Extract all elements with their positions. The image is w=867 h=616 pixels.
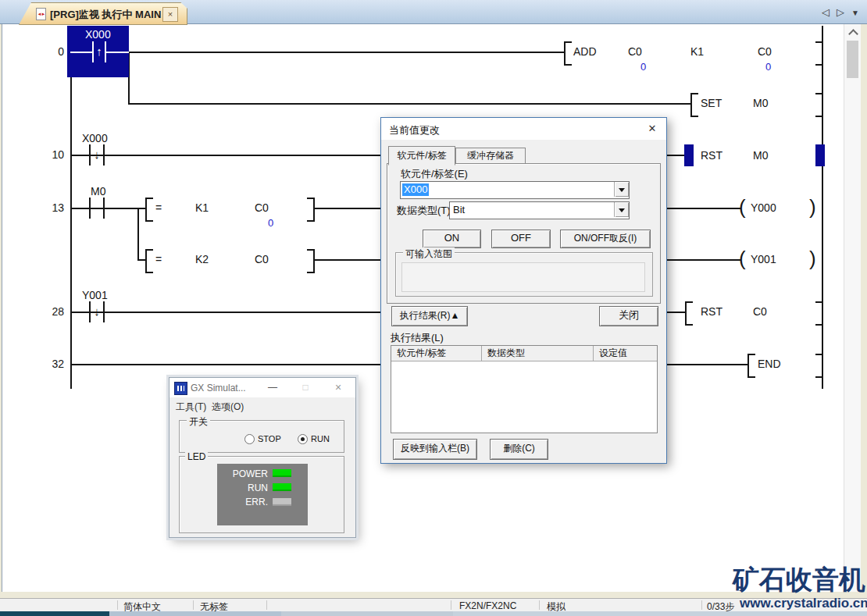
contact-bar[interactable] <box>89 198 91 219</box>
rst-bracket-highlighted[interactable] <box>684 144 694 166</box>
compare-bracket <box>145 249 153 273</box>
instruction-rst[interactable]: RST <box>701 305 722 318</box>
datatype-combobox[interactable]: Bit <box>449 201 630 219</box>
monitor-value: 0 <box>268 217 273 229</box>
datatype-combobox-value[interactable]: Bit <box>453 204 465 216</box>
device-combobox-value[interactable]: X000 <box>402 183 429 196</box>
operand[interactable]: K2 <box>195 253 209 265</box>
run-radio[interactable] <box>298 434 308 444</box>
column-header-datatype[interactable]: 数据类型 <box>482 346 594 361</box>
status-separator <box>193 600 194 610</box>
operand[interactable]: K1 <box>690 45 704 58</box>
operand[interactable]: C0 <box>628 45 642 58</box>
icon-grid <box>177 386 184 391</box>
program-tab[interactable]: ◄► [PRG]监视 执行中 MAIN (... × <box>19 2 187 25</box>
dialog-title: 当前值更改 <box>389 123 440 137</box>
power-led-indicator <box>273 469 291 477</box>
instruction-bracket <box>815 93 823 117</box>
err-led-indicator <box>273 498 291 506</box>
on-button[interactable]: ON <box>423 230 481 248</box>
chevron-up-icon <box>848 29 858 39</box>
coil-y000[interactable]: Y000 <box>751 201 776 214</box>
ladder-wire <box>70 52 566 53</box>
instruction-rst[interactable]: RST <box>701 149 722 162</box>
gx-works-window: ◄► [PRG]监视 执行中 MAIN (... × ◁ ▷ ▼ 0 10 13… <box>0 0 867 616</box>
status-separator <box>451 600 451 610</box>
delete-button[interactable]: 删除(C) <box>490 439 548 460</box>
scroll-up-button[interactable] <box>844 24 861 39</box>
status-separator <box>539 600 540 610</box>
column-header-setvalue[interactable]: 设定值 <box>594 346 655 361</box>
operand[interactable]: K1 <box>195 201 209 214</box>
instruction-bracket <box>815 354 823 378</box>
operand[interactable]: C0 <box>753 305 767 318</box>
tab-buffer-memory[interactable]: 缓冲存储器 <box>455 148 526 164</box>
menu-options[interactable]: 选项(O) <box>212 401 244 414</box>
minimize-button[interactable]: — <box>262 379 284 395</box>
rung-number: 10 <box>41 148 64 161</box>
switch-legend: 开关 <box>187 415 210 429</box>
radio-dot <box>301 437 305 441</box>
status-plc-type: FX2N/FX2NC <box>459 600 516 611</box>
operand[interactable]: C0 <box>758 45 772 58</box>
instruction-end[interactable]: END <box>758 358 781 370</box>
instruction-set[interactable]: SET <box>701 97 722 109</box>
operand[interactable]: M0 <box>753 97 768 109</box>
status-bar: 简体中文 无标签 FX2N/FX2NC 模拟 0/33步 <box>0 598 867 611</box>
tab-list-button[interactable]: ▼ <box>851 9 859 17</box>
operand[interactable]: M0 <box>753 149 768 162</box>
compare-operator[interactable]: = <box>155 201 162 214</box>
operand[interactable]: C0 <box>255 253 269 265</box>
instruction-bracket <box>564 41 572 66</box>
datatype-combobox-dropdown[interactable] <box>614 202 629 217</box>
stop-radio[interactable] <box>244 434 255 444</box>
rung-number: 28 <box>41 305 64 318</box>
falling-edge-icon: ↓ <box>88 148 105 161</box>
column-header-device[interactable]: 软元件/标签 <box>391 346 482 361</box>
simulator-close-button[interactable]: × <box>327 379 349 395</box>
device-combobox-dropdown[interactable] <box>614 182 629 197</box>
simulator-titlebar[interactable]: GX Simulat... — □ × <box>169 378 355 397</box>
input-range-legend: 可输入范围 <box>403 247 455 261</box>
dialog-titlebar[interactable]: 当前值更改 ✕ <box>381 118 666 140</box>
instruction-add[interactable]: ADD <box>573 45 597 58</box>
watermark-brand: 矿石收音机 <box>733 562 865 598</box>
run-radio-label[interactable]: RUN <box>311 434 330 443</box>
device-combobox[interactable]: X000 <box>400 181 630 199</box>
contact-label: X000 <box>82 132 108 144</box>
right-power-rail <box>822 26 823 389</box>
document-tab-bar: ◄► [PRG]监视 执行中 MAIN (... × ◁ ▷ ▼ <box>0 0 867 24</box>
tab-device-label[interactable]: 软元件/标签 <box>388 146 455 166</box>
power-led-label: POWER <box>223 468 268 479</box>
off-button[interactable]: OFF <box>491 230 551 248</box>
device-label: 软元件/标签(E) <box>401 167 468 181</box>
instruction-bracket <box>747 354 755 378</box>
ladder-wire <box>70 208 146 209</box>
vertical-scrollbar[interactable] <box>844 24 861 592</box>
reflect-to-input-button[interactable]: 反映到输入栏(B) <box>393 439 477 460</box>
coil-paren: ( <box>739 195 746 219</box>
on-off-toggle-button[interactable]: ON/OFF取反(I) <box>560 230 651 248</box>
taskbar-edge <box>0 611 867 616</box>
scrollbar-thumb[interactable] <box>847 41 858 78</box>
maximize-button[interactable]: □ <box>294 379 316 395</box>
ladder-wire-active <box>106 52 129 53</box>
contact-bar[interactable] <box>103 198 105 219</box>
compare-operator[interactable]: = <box>155 253 162 265</box>
ladder-wire <box>128 103 692 105</box>
gx-simulator-icon <box>174 382 187 395</box>
close-button[interactable]: 关闭 <box>599 306 658 326</box>
operand[interactable]: C0 <box>255 201 269 214</box>
monitor-value: 0 <box>765 61 771 73</box>
menu-tools[interactable]: 工具(T) <box>176 401 206 414</box>
tab-scroll-right-button[interactable]: ▷ <box>837 6 844 18</box>
led-panel: POWER RUN ERR. <box>217 464 308 525</box>
run-led-indicator <box>273 483 291 491</box>
tab-scroll-left-button[interactable]: ◁ <box>822 6 830 18</box>
tab-close-button[interactable]: × <box>162 7 178 22</box>
coil-y001[interactable]: Y001 <box>751 253 776 265</box>
stop-radio-label[interactable]: STOP <box>258 434 281 443</box>
dialog-close-button[interactable]: ✕ <box>639 118 665 140</box>
exec-result-toggle-button[interactable]: 执行结果(R)▲ <box>391 306 468 326</box>
gx-simulator-window: GX Simulat... — □ × 工具(T) 选项(O) 开关 STOP … <box>169 377 356 538</box>
